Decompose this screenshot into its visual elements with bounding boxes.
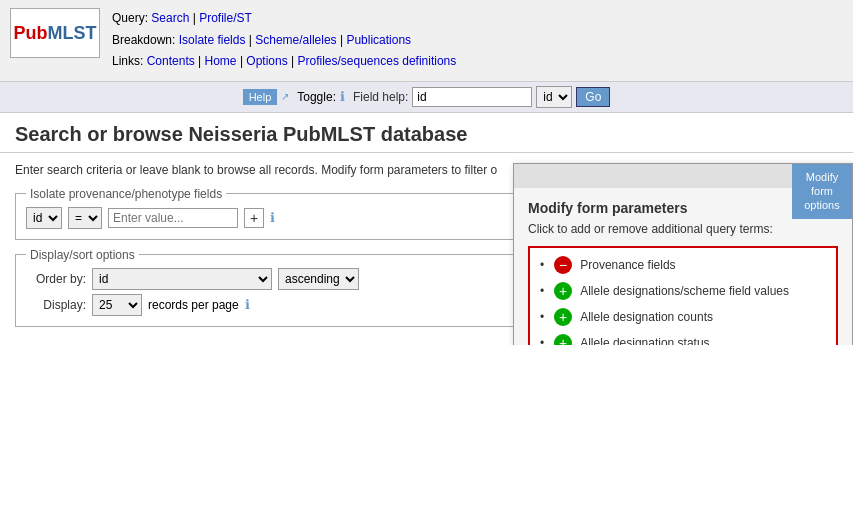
modify-form-modal: ✕ Modify form parameters Click to add or…	[513, 163, 853, 345]
records-info-icon[interactable]: ℹ	[245, 297, 250, 312]
display-label: Display:	[26, 298, 86, 312]
option-item-3: •+Allele designation status	[540, 334, 826, 345]
links-label: Links:	[112, 54, 143, 68]
value-input[interactable]	[108, 208, 238, 228]
bullet-2: •	[540, 310, 544, 324]
sort-direction-select[interactable]: ascending	[278, 268, 359, 290]
plus-button-3[interactable]: +	[554, 334, 572, 345]
field-select[interactable]: id	[26, 207, 62, 229]
header-links: Query: Search | Profile/ST Breakdown: Is…	[112, 8, 456, 73]
option-item-1: •+Allele designations/scheme field value…	[540, 282, 826, 300]
link-contents[interactable]: Contents	[147, 54, 195, 68]
display-sort-legend: Display/sort options	[26, 248, 139, 262]
toggle-info-icon[interactable]: ℹ	[340, 89, 345, 104]
field-help-input[interactable]	[412, 87, 532, 107]
field-help-item: Field help: id Go	[353, 86, 610, 108]
query-label: Query:	[112, 11, 148, 25]
breakdown-label: Breakdown:	[112, 33, 175, 47]
page-title-section: Search or browse Neisseria PubMLST datab…	[0, 113, 853, 153]
breakdown-scheme-link[interactable]: Scheme/alleles	[255, 33, 336, 47]
header-breakdown-row: Breakdown: Isolate fields | Scheme/allel…	[112, 30, 456, 52]
order-by-select[interactable]: id	[92, 268, 272, 290]
modify-form-options-button[interactable]: Modifyformoptions	[792, 164, 852, 219]
bullet-1: •	[540, 284, 544, 298]
option-label-0: Provenance fields	[580, 258, 675, 272]
link-options[interactable]: Options	[246, 54, 287, 68]
option-item-2: •+Allele designation counts	[540, 308, 826, 326]
display-count-select[interactable]: 25	[92, 294, 142, 316]
bullet-0: •	[540, 258, 544, 272]
order-by-label: Order by:	[26, 272, 86, 286]
option-item-0: •−Provenance fields	[540, 256, 826, 274]
header: PubMLST Query: Search | Profile/ST Break…	[0, 0, 853, 82]
breakdown-publications-link[interactable]: Publications	[346, 33, 411, 47]
header-query-row: Query: Search | Profile/ST	[112, 8, 456, 30]
modal-subtitle: Click to add or remove additional query …	[528, 222, 838, 236]
plus-button-1[interactable]: +	[554, 282, 572, 300]
records-per-page-label: records per page	[148, 298, 239, 312]
link-profiles[interactable]: Profiles/sequences definitions	[298, 54, 457, 68]
toggle-item: Toggle: ℹ	[297, 89, 345, 104]
bullet-3: •	[540, 336, 544, 345]
provenance-legend: Isolate provenance/phenotype fields	[26, 187, 226, 201]
option-label-2: Allele designation counts	[580, 310, 713, 324]
modify-form-area: ✕ Modify form parameters Click to add or…	[513, 163, 853, 345]
help-item: Help ↗	[243, 89, 290, 105]
go-button[interactable]: Go	[576, 87, 610, 107]
field-help-label: Field help:	[353, 90, 408, 104]
field-info-icon[interactable]: ℹ	[270, 210, 275, 225]
modal-top: ✕ Modify form parameters Click to add or…	[514, 164, 852, 345]
header-links-row: Links: Contents | Home | Options | Profi…	[112, 51, 456, 73]
options-box: •−Provenance fields•+Allele designations…	[528, 246, 838, 345]
external-link-icon: ↗	[281, 91, 289, 102]
option-label-1: Allele designations/scheme field values	[580, 284, 789, 298]
query-profile-link[interactable]: Profile/ST	[199, 11, 252, 25]
breakdown-isolate-link[interactable]: Isolate fields	[179, 33, 246, 47]
toolbar: Help ↗ Toggle: ℹ Field help: id Go	[0, 82, 853, 113]
option-label-3: Allele designation status	[580, 336, 709, 345]
query-search-link[interactable]: Search	[151, 11, 189, 25]
logo: PubMLST	[10, 8, 100, 58]
minus-button-0[interactable]: −	[554, 256, 572, 274]
link-home[interactable]: Home	[205, 54, 237, 68]
add-field-button[interactable]: +	[244, 208, 264, 228]
help-button[interactable]: Help	[243, 89, 278, 105]
operator-select[interactable]: =	[68, 207, 102, 229]
plus-button-2[interactable]: +	[554, 308, 572, 326]
toggle-label: Toggle:	[297, 90, 336, 104]
page-title: Search or browse Neisseria PubMLST datab…	[15, 123, 838, 146]
main-content: Enter search criteria or leave blank to …	[0, 153, 853, 345]
logo-text: PubMLST	[14, 23, 97, 44]
field-help-select[interactable]: id	[536, 86, 572, 108]
